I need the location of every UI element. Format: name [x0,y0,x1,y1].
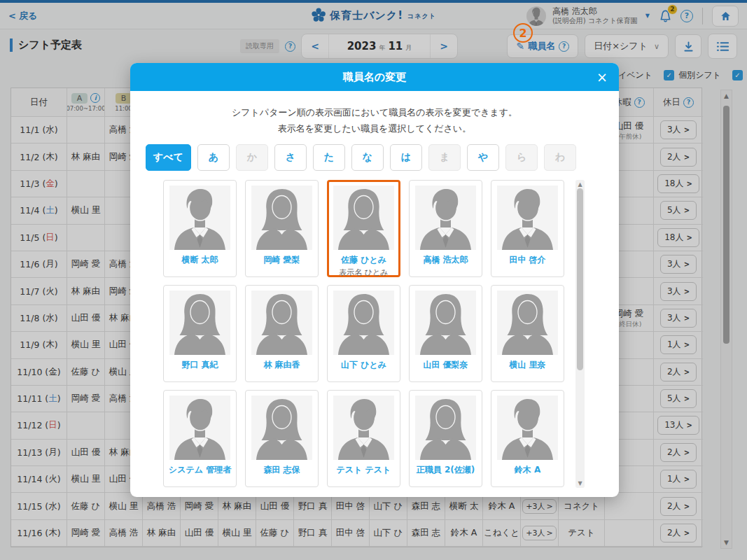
staff-avatar [251,186,312,250]
modal-instruction-line-1: シフトパターン順の表示画面において職員名の表示を変更できます。 [130,105,619,121]
filter-tab-8[interactable]: や [467,144,499,171]
staff-card-grid: 横断 太郎岡崎 愛梨佐藤 ひとみ表示名 ひとみ高橋 浩太郎田中 啓介野口 真紀林… [163,180,564,487]
staff-card-1[interactable]: 岡崎 愛梨 [245,180,319,277]
staff-avatar [333,186,394,250]
staff-avatar [169,290,230,355]
staff-avatar [333,396,394,460]
staff-name: 田中 啓介 [491,254,564,266]
staff-name: システム 管理者 [164,464,236,476]
staff-name: 鈴木 A [491,464,564,476]
staff-avatar [497,186,558,250]
staff-name: 山下 ひとみ [328,359,400,371]
modal-scroll-up-icon[interactable]: ▲ [575,181,585,188]
staff-card-9[interactable]: 横山 里奈 [491,285,564,382]
staff-card-5[interactable]: 野口 真紀 [163,285,237,382]
staff-card-12[interactable]: テスト テスト [327,390,400,487]
staff-name: 林 麻由香 [246,359,318,371]
staff-name: 横断 太郎 [164,254,236,266]
kana-filter-tabs: すべてあかさたなはまやらわ [146,144,619,171]
staff-name: 森田 志保 [246,464,318,476]
staff-avatar [169,396,230,460]
staff-card-8[interactable]: 山田 優梨奈 [409,285,482,382]
staff-card-10[interactable]: システム 管理者 [163,390,237,487]
staff-avatar [251,396,312,460]
close-icon[interactable]: × [596,63,608,91]
staff-card-3[interactable]: 高橋 浩太郎 [409,180,482,277]
staff-card-14[interactable]: 鈴木 A [491,390,564,487]
staff-name-change-modal: 職員名の変更 × シフトパターン順の表示画面において職員名の表示を変更できます。… [130,63,619,497]
staff-name: 岡崎 愛梨 [246,254,318,266]
staff-name: 野口 真紀 [164,359,236,371]
filter-tab-5[interactable]: な [351,144,384,171]
staff-avatar [415,290,476,355]
staff-avatar [497,290,558,355]
staff-card-13[interactable]: 正職員 2(佐瀬) [409,390,482,487]
modal-scrollbar[interactable]: ▲ ▼ [575,180,585,488]
staff-display-name: 表示名 ひとみ [329,267,398,278]
modal-title: 職員名の変更 [130,63,619,91]
staff-avatar [251,290,312,355]
staff-avatar [497,396,558,460]
modal-instruction-line-2: 表示名を変更したい職員を選択してください。 [130,121,619,137]
staff-avatar [169,186,230,250]
staff-name: 高橋 浩太郎 [410,254,482,266]
filter-tab-9: ら [505,144,538,171]
staff-card-0[interactable]: 横断 太郎 [163,180,237,277]
staff-name: 山田 優梨奈 [410,359,482,371]
modal-scrollbar-thumb[interactable] [577,188,583,370]
staff-name: 横山 里奈 [491,359,564,371]
staff-card-7[interactable]: 山下 ひとみ [327,285,400,382]
staff-name: テスト テスト [328,464,400,476]
filter-tab-3[interactable]: さ [274,144,307,171]
modal-scroll-down-icon[interactable]: ▼ [575,480,585,486]
staff-card-6[interactable]: 林 麻由香 [245,285,319,382]
filter-tab-1[interactable]: あ [197,144,230,171]
filter-tab-4[interactable]: た [313,144,345,171]
staff-avatar [415,396,476,460]
filter-tab-2: か [236,144,268,171]
staff-card-4[interactable]: 田中 啓介 [491,180,564,277]
staff-name: 佐藤 ひとみ [329,254,398,266]
staff-avatar [333,290,394,355]
filter-tab-10: わ [544,144,576,171]
modal-header: 職員名の変更 × [130,63,619,91]
filter-tab-0[interactable]: すべて [146,144,191,171]
staff-name: 正職員 2(佐瀬) [410,464,482,476]
filter-tab-7: ま [428,144,461,171]
filter-tab-6[interactable]: は [390,144,422,171]
staff-card-11[interactable]: 森田 志保 [245,390,319,487]
annotation-circle-2: 2 [513,23,533,43]
staff-avatar [415,186,476,250]
staff-card-2[interactable]: 佐藤 ひとみ表示名 ひとみ [327,180,400,277]
